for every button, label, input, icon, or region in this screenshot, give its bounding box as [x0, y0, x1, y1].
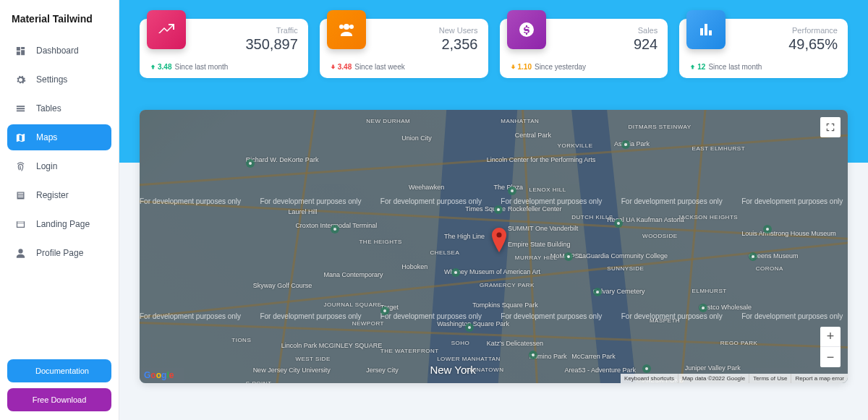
- stat-value: 2,356: [366, 36, 478, 53]
- poi-marker-icon: [621, 140, 630, 149]
- bar-icon: [686, 10, 726, 49]
- map-container[interactable]: For development purposes onlyFor develop…: [140, 110, 848, 383]
- map-place-label: REGO PARK: [720, 340, 757, 346]
- poi-marker-icon: [494, 205, 503, 214]
- sidebar-item-label: Login: [36, 161, 57, 171]
- sidebar: Material Tailwind DashboardSettingsTable…: [0, 0, 119, 420]
- map-place-label: Mana Contemporary: [324, 271, 383, 278]
- stat-delta: 12: [689, 63, 705, 71]
- map-place-label: Juniper Valley Park: [685, 364, 741, 372]
- map-place-label: EAST ELMHURST: [692, 145, 745, 152]
- sidebar-item-label: Register: [36, 190, 69, 200]
- dashboard-icon: [14, 45, 26, 56]
- map-place-label: YORKVILLE: [558, 142, 593, 149]
- svg-point-0: [496, 232, 501, 237]
- poi-marker-icon: [451, 268, 460, 277]
- map-place-label: Area53 - Adventure Park: [564, 367, 636, 374]
- map-place-label: WOODSIDE: [642, 233, 677, 239]
- map-place-label: Weehawken: [409, 184, 444, 191]
- brand-title: Material Tailwind: [7, 10, 111, 38]
- terms-link[interactable]: Terms of Use: [749, 374, 791, 383]
- map-place-label: SOHO: [451, 340, 470, 346]
- gear-icon: [14, 74, 26, 85]
- zoom-out-button[interactable]: −: [820, 347, 841, 367]
- map-place-label: ELMHURST: [692, 288, 727, 294]
- map-place-label: MANHATTAN: [501, 118, 539, 124]
- map-place-label: WEST SIDE: [295, 356, 330, 362]
- map-place-label: SUNNYSIDE: [607, 265, 644, 272]
- map-place-label: DITMARS STEINWAY: [629, 124, 692, 130]
- stat-card-traffic: Traffic 350,897 3.48 Since last month: [140, 19, 308, 78]
- report-error-link[interactable]: Report a map error: [791, 374, 848, 383]
- nav-menu: DashboardSettingsTablesMapsLoginRegister…: [7, 38, 111, 359]
- sidebar-item-maps[interactable]: Maps: [7, 124, 111, 150]
- map-place-label: TIONS: [231, 337, 251, 343]
- sidebar-footer: Documentation Free Download: [7, 359, 111, 411]
- stat-label: New Users: [366, 26, 478, 35]
- users-icon: [327, 10, 366, 49]
- sidebar-item-label: Settings: [36, 74, 67, 85]
- sidebar-item-label: Dashboard: [36, 46, 79, 56]
- map-place-label: Katz's Delicatessen: [487, 340, 543, 347]
- stat-card-performance: Performance 49,65% 12 Since last month: [679, 19, 848, 78]
- poi-marker-icon: [246, 159, 255, 168]
- list-icon: [14, 189, 26, 201]
- documentation-button[interactable]: Documentation: [7, 359, 111, 382]
- dev-watermark: For development purposes only: [501, 197, 602, 205]
- map-place-label: The High Line: [444, 233, 485, 240]
- city-label: New York: [430, 364, 475, 376]
- sidebar-item-label: Tables: [36, 103, 61, 113]
- map-place-label: NEW DURHAM: [366, 118, 410, 124]
- dev-watermark: For development purposes only: [260, 312, 361, 320]
- map-attribution: Keyboard shortcuts Map data ©2022 Google…: [621, 374, 848, 383]
- main-content: Traffic 350,897 3.48 Since last month Ne…: [119, 0, 868, 420]
- poi-marker-icon: [564, 252, 573, 261]
- sidebar-item-tables[interactable]: Tables: [7, 95, 111, 121]
- sidebar-item-label: Profile Page: [36, 248, 83, 258]
- sidebar-item-dashboard[interactable]: Dashboard: [7, 38, 111, 64]
- stat-delta: 3.48: [150, 63, 171, 71]
- map-place-label: Jersey City: [366, 367, 399, 374]
- table-icon: [14, 103, 26, 114]
- stat-delta: 1.10: [510, 63, 532, 71]
- stat-card-new-users: New Users 2,356 3.48 Since last week: [320, 19, 488, 78]
- map-place-label: Richard W. DeKorte Park: [246, 156, 319, 163]
- poi-marker-icon: [380, 307, 389, 315]
- poi-marker-icon: [593, 288, 602, 296]
- sidebar-item-login[interactable]: Login: [7, 153, 111, 179]
- poi-marker-icon: [642, 364, 651, 373]
- poi-marker-icon: [763, 225, 772, 233]
- zoom-in-button[interactable]: +: [820, 327, 841, 347]
- dev-watermark: For development purposes only: [741, 197, 843, 205]
- stat-label: Traffic: [186, 26, 298, 35]
- sidebar-item-landing-page[interactable]: Landing Page: [7, 211, 111, 237]
- fullscreen-button[interactable]: [820, 117, 841, 137]
- stat-cards-row: Traffic 350,897 3.48 Since last month Ne…: [140, 19, 848, 78]
- map-place-label: Central Park: [515, 132, 551, 139]
- poi-marker-icon: [749, 252, 757, 261]
- dev-watermark: For development purposes only: [140, 197, 241, 205]
- map-place-label: S POINT: [246, 380, 272, 383]
- stat-value: 924: [546, 36, 658, 53]
- dev-watermark: For development purposes only: [501, 312, 602, 320]
- sidebar-item-register[interactable]: Register: [7, 182, 111, 208]
- user-icon: [14, 247, 26, 259]
- sidebar-item-profile-page[interactable]: Profile Page: [7, 240, 111, 266]
- map-icon: [14, 132, 26, 143]
- map-place-label: Union City: [401, 134, 432, 142]
- map-place-label: Empire State Building: [508, 241, 571, 248]
- map-place-label: New Jersey City University: [253, 367, 331, 374]
- keyboard-shortcuts-link[interactable]: Keyboard shortcuts: [621, 374, 678, 383]
- free-download-button[interactable]: Free Download: [7, 388, 111, 411]
- zoom-controls: + −: [820, 327, 841, 367]
- trend-icon: [147, 10, 186, 49]
- map-place-label: McCarren Park: [571, 353, 616, 360]
- poi-marker-icon: [508, 187, 516, 195]
- map-place-label: LENOX HILL: [529, 187, 566, 193]
- poi-marker-icon: [331, 225, 339, 233]
- map-place-label: Hoboken: [401, 263, 427, 270]
- sidebar-item-settings[interactable]: Settings: [7, 67, 111, 93]
- stat-since: Since last week: [354, 63, 404, 71]
- map-place-label: JACKSON HEIGHTS: [678, 214, 738, 220]
- stat-card-sales: Sales 924 1.10 Since yesterday: [500, 19, 668, 78]
